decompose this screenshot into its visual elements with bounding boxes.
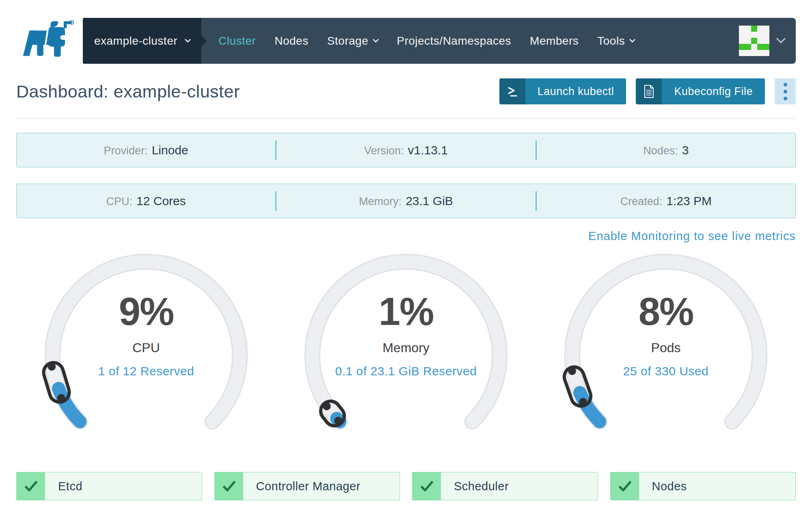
nav-item-cluster[interactable]: Cluster <box>218 35 256 48</box>
gauges-row: 9% CPU 1 of 12 Reserved 1% Memory 0.1 of… <box>16 245 796 465</box>
nav-item-projects-namespaces[interactable]: Projects/Namespaces <box>397 35 511 48</box>
info-version: Version: v1.13.1 <box>276 143 535 157</box>
page-title: Dashboard: example-cluster <box>16 82 240 102</box>
gauge-percent: 1% <box>379 289 434 334</box>
status-etcd: Etcd <box>16 472 202 500</box>
enable-monitoring-link[interactable]: Enable Monitoring to see live metrics <box>16 229 796 243</box>
nav-item-tools[interactable]: Tools <box>597 35 635 48</box>
status-label: Nodes <box>652 480 687 493</box>
nav-item-nodes[interactable]: Nodes <box>274 35 308 48</box>
info-memory: Memory: 23.1 GiB <box>276 194 535 208</box>
main-navbar: example-cluster Cluster Nodes Storage Pr… <box>83 18 796 64</box>
button-label: Kubeconfig File <box>662 78 765 104</box>
chevron-down-icon <box>629 36 636 43</box>
info-value: Linode <box>152 143 188 157</box>
gauge-subtitle: 0.1 of 23.1 GiB Reserved <box>335 364 477 378</box>
status-label: Controller Manager <box>256 480 361 493</box>
nav-item-storage[interactable]: Storage <box>327 35 378 48</box>
status-scheduler: Scheduler <box>412 472 598 500</box>
avatar <box>739 26 769 56</box>
cpu-gauge: 9% CPU 1 of 12 Reserved <box>16 245 276 465</box>
nav-item-label: Projects/Namespaces <box>397 35 511 48</box>
gauge-percent: 8% <box>639 289 693 334</box>
chevron-down-icon <box>373 36 379 43</box>
kebab-menu-button[interactable] <box>775 78 796 104</box>
svg-text:R: R <box>71 21 73 24</box>
memory-gauge: 1% Memory 0.1 of 23.1 GiB Reserved <box>276 245 536 465</box>
top-bar: R example-cluster Cluster Nodes Storage <box>0 0 812 64</box>
user-menu[interactable] <box>739 26 796 56</box>
check-icon <box>611 472 639 500</box>
info-value: v1.13.1 <box>408 143 448 157</box>
gauge-title: Pods <box>651 340 681 355</box>
check-icon <box>412 472 441 500</box>
info-label: Created: <box>620 195 663 208</box>
info-provider: Provider: Linode <box>17 143 275 157</box>
file-icon <box>636 78 662 104</box>
info-label: Memory: <box>359 195 402 208</box>
terminal-icon <box>499 78 525 104</box>
nav-item-members[interactable]: Members <box>530 35 579 48</box>
info-label: Version: <box>364 145 404 157</box>
status-controller-manager: Controller Manager <box>214 472 400 500</box>
rancher-dashboard-page: R example-cluster Cluster Nodes Storage <box>0 0 812 526</box>
button-label: Launch kubectl <box>525 78 626 104</box>
info-value: 3 <box>682 143 689 157</box>
gauge-title: CPU <box>132 340 160 355</box>
info-created: Created: 1:23 PM <box>537 194 795 208</box>
header-divider <box>16 118 796 119</box>
rancher-logo-icon[interactable]: R <box>15 19 75 58</box>
cpu-gauge-text: 9% CPU 1 of 12 Reserved <box>16 289 276 378</box>
info-label: Nodes: <box>643 145 678 157</box>
pods-gauge: 8% Pods 25 of 330 Used <box>536 245 796 465</box>
cluster-selector-dropdown[interactable]: example-cluster <box>83 18 201 64</box>
info-label: CPU: <box>106 195 133 208</box>
launch-kubectl-button[interactable]: Launch kubectl <box>499 78 626 104</box>
status-label: Etcd <box>58 480 82 493</box>
status-nodes: Nodes <box>610 472 796 500</box>
info-cpu: CPU: 12 Cores <box>17 194 275 208</box>
memory-gauge-text: 1% Memory 0.1 of 23.1 GiB Reserved <box>276 289 536 378</box>
info-nodes: Nodes: 3 <box>537 143 795 157</box>
kebab-menu-icon <box>784 83 787 87</box>
nav-items: Cluster Nodes Storage Projects/Namespace… <box>218 35 635 48</box>
cluster-info-bar-2: CPU: 12 Cores Memory: 23.1 GiB Created: … <box>16 184 796 218</box>
check-icon <box>215 472 243 500</box>
gauge-subtitle: 1 of 12 Reserved <box>98 364 194 378</box>
chevron-down-icon <box>185 36 191 43</box>
nav-item-label: Tools <box>597 35 625 48</box>
check-icon <box>17 472 45 500</box>
nav-item-label: Storage <box>327 35 369 48</box>
content: Dashboard: example-cluster Launch kubect… <box>16 64 796 500</box>
info-value: 12 Cores <box>136 194 186 208</box>
nav-item-label: Cluster <box>218 35 256 48</box>
info-value: 1:23 PM <box>666 194 712 208</box>
gauge-title: Memory <box>382 340 430 355</box>
nav-item-label: Members <box>530 35 579 48</box>
nav-item-label: Nodes <box>274 35 308 48</box>
gauge-subtitle: 25 of 330 Used <box>623 364 708 378</box>
cluster-selector-label: example-cluster <box>94 35 177 48</box>
component-statuses-row: Etcd Controller Manager Scheduler Nodes <box>16 472 796 500</box>
cluster-info-bar-1: Provider: Linode Version: v1.13.1 Nodes:… <box>16 133 796 167</box>
header-actions: Launch kubectl Kubeconfig File <box>499 78 796 104</box>
chevron-down-icon <box>776 34 786 43</box>
pods-gauge-text: 8% Pods 25 of 330 Used <box>536 289 796 378</box>
status-label: Scheduler <box>454 480 509 493</box>
info-label: Provider: <box>104 145 148 157</box>
kubeconfig-file-button[interactable]: Kubeconfig File <box>636 78 765 104</box>
info-value: 23.1 GiB <box>406 194 453 208</box>
gauge-percent: 9% <box>119 289 174 334</box>
page-header: Dashboard: example-cluster Launch kubect… <box>16 78 796 104</box>
